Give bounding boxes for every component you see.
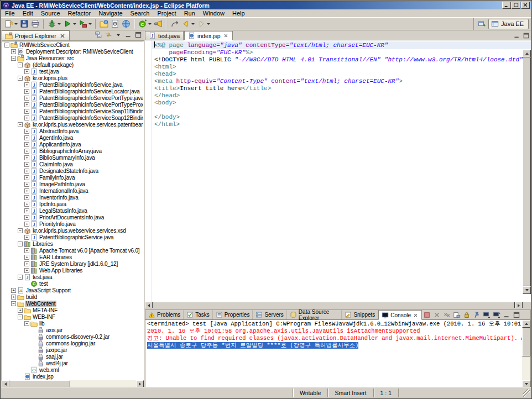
expander-minus[interactable]: − (4, 43, 9, 48)
expander-plus[interactable]: + (24, 222, 29, 227)
display-selected-console-button[interactable] (482, 311, 491, 319)
tree-item[interactable]: commons-discovery-0.2.jar (2, 333, 143, 340)
menu-edit[interactable]: Edit (19, 9, 37, 17)
tree-item[interactable]: +JPatentBibliographicInfoServicePortType… (2, 95, 143, 101)
window-maximize-button[interactable] (512, 2, 520, 9)
remove-all-launches-button[interactable] (442, 311, 451, 319)
scroll-down-button[interactable] (523, 286, 531, 294)
expander-plus[interactable]: + (24, 268, 29, 273)
menu-file[interactable]: File (1, 9, 19, 17)
tree-item[interactable]: −Libraries (2, 240, 143, 247)
view-tab-servers[interactable]: Servers (253, 310, 286, 319)
tree-item[interactable]: −Jtest.java (2, 274, 143, 280)
new-wizard-dropdown-arrow[interactable] (14, 23, 18, 25)
view-minimize-button[interactable] (123, 30, 133, 39)
view-tab-console[interactable]: Console (378, 310, 422, 320)
tree-item[interactable]: +JPatentBibliographicInfoServiceSoap11Bi… (2, 108, 143, 114)
expander-plus[interactable]: + (24, 155, 29, 160)
menu-search[interactable]: Search (127, 9, 154, 17)
scroll-up-button[interactable] (522, 320, 530, 328)
expander-minus[interactable]: − (24, 321, 29, 326)
console-view[interactable]: <terminated> test [Java Application] C:₩… (145, 320, 522, 388)
tree-item[interactable]: index.jsp (2, 373, 143, 380)
tree-item[interactable]: +JDesignatedStateInfo.java (2, 167, 143, 174)
expander-plus[interactable]: + (24, 235, 29, 240)
editor-tab-index.jsp[interactable]: index.jsp (184, 31, 232, 40)
view-tab-problems[interactable]: Problems (145, 310, 184, 319)
expander-plus[interactable]: + (24, 102, 29, 107)
expander-plus[interactable]: + (24, 129, 29, 134)
view-maximize-button[interactable] (512, 311, 521, 319)
expander-plus[interactable]: + (24, 135, 29, 140)
expander-plus[interactable]: + (11, 288, 16, 293)
clear-console-button[interactable] (452, 311, 461, 319)
expander-plus[interactable]: + (24, 175, 29, 180)
expander-plus[interactable]: + (24, 169, 29, 174)
tree-item[interactable]: +JPatentBibliographicInfoServicePortType… (2, 101, 143, 108)
tree-item[interactable]: +META-INF (2, 307, 143, 313)
title-bar[interactable]: Java EE - RMIWebSeviceClient/WebContent/… (1, 1, 531, 9)
forward-dropdown-arrow[interactable] (207, 23, 210, 25)
expander-plus[interactable]: + (24, 195, 29, 200)
expander-plus[interactable]: + (24, 82, 29, 87)
tree-item[interactable]: −kr.or.kipris.plus.webservice.services.p… (2, 121, 143, 128)
link-with-editor-button[interactable] (103, 30, 113, 39)
tree-item[interactable]: +JBiblioSummaryInfo.java (2, 154, 143, 161)
view-maximize-button[interactable] (521, 31, 531, 40)
menu-source[interactable]: Source (37, 9, 64, 17)
close-icon[interactable] (413, 312, 419, 318)
new-java-class-button[interactable]: C (137, 18, 153, 29)
expander-minus[interactable]: − (18, 242, 23, 246)
menu-window[interactable]: Window (199, 9, 228, 17)
expander-plus[interactable]: + (24, 116, 29, 120)
tree-item[interactable]: wsdl4j.jar (2, 360, 143, 366)
menu-run[interactable]: Run (180, 9, 199, 17)
code-editor[interactable]: <%@ page language="java" contentType="te… (152, 40, 531, 302)
scroll-thumb[interactable] (523, 57, 531, 286)
terminate-button[interactable] (422, 311, 431, 319)
debug-dropdown-arrow[interactable] (58, 23, 61, 25)
close-icon[interactable] (59, 32, 66, 40)
expander-plus[interactable]: + (24, 89, 29, 94)
expander-minus[interactable]: − (11, 56, 16, 61)
tree-item[interactable]: +JApplicantInfo.java (2, 141, 143, 148)
tree-item[interactable]: web.xml (2, 366, 143, 373)
window-minimize-button[interactable] (502, 2, 511, 9)
tree-item[interactable]: Ctest (2, 280, 143, 287)
tree-item[interactable]: −Java Resources: src (2, 55, 143, 61)
view-minimize-button[interactable] (512, 31, 521, 40)
tree-item[interactable]: +JPriorityInfo.java (2, 221, 143, 227)
expander-plus[interactable]: + (11, 49, 16, 54)
scroll-up-button[interactable] (523, 50, 531, 57)
tree-item[interactable]: +JBibliographicInfoArray.java (2, 148, 143, 154)
close-icon[interactable] (223, 33, 229, 39)
tree-item[interactable]: +EAR Libraries (2, 254, 143, 260)
tree-item[interactable]: +JPatentBibliographicService.java (2, 234, 143, 240)
forward-button[interactable] (196, 18, 211, 29)
tree-item[interactable]: +Jtest.java (2, 68, 143, 75)
tree-item[interactable]: +JPatentBibliographicInfoService.java (2, 81, 143, 88)
tree-item[interactable]: +JLegalStatusInfo.java (2, 207, 143, 214)
tree-item[interactable]: +JAbstractInfo.java (2, 128, 143, 134)
new-servlet-button[interactable] (109, 18, 121, 29)
tree-item[interactable]: +JRE System Library [jdk1.6.0_12] (2, 260, 143, 267)
expander-plus[interactable]: + (24, 261, 29, 266)
external-tools-dropdown-arrow[interactable] (88, 23, 92, 25)
expander-plus[interactable]: + (24, 162, 29, 167)
tree-item[interactable]: −WebContent (2, 300, 143, 307)
view-maximize-button[interactable] (133, 30, 143, 39)
remove-launch-button[interactable] (432, 311, 441, 319)
expander-plus[interactable]: + (24, 215, 29, 220)
expander-plus[interactable]: + (24, 248, 29, 253)
run-button[interactable] (62, 18, 77, 29)
tree-item[interactable]: axis.jar (2, 327, 143, 333)
tree-item[interactable]: +JInventorInfo.java (2, 194, 143, 201)
menu-navigate[interactable]: Navigate (95, 9, 126, 17)
expander-plus[interactable]: + (24, 202, 29, 207)
view-menu-button[interactable] (113, 30, 123, 39)
tree-item[interactable]: jaxrpc.jar (2, 347, 143, 353)
tree-item[interactable]: −kr.or.kipris.plus (2, 75, 143, 81)
tree-item[interactable]: +JIpcInfo.java (2, 201, 143, 207)
tree-item[interactable]: −kr.or.kipris.plus.webservice.services.x… (2, 227, 143, 234)
menu-help[interactable]: Help (228, 9, 249, 17)
